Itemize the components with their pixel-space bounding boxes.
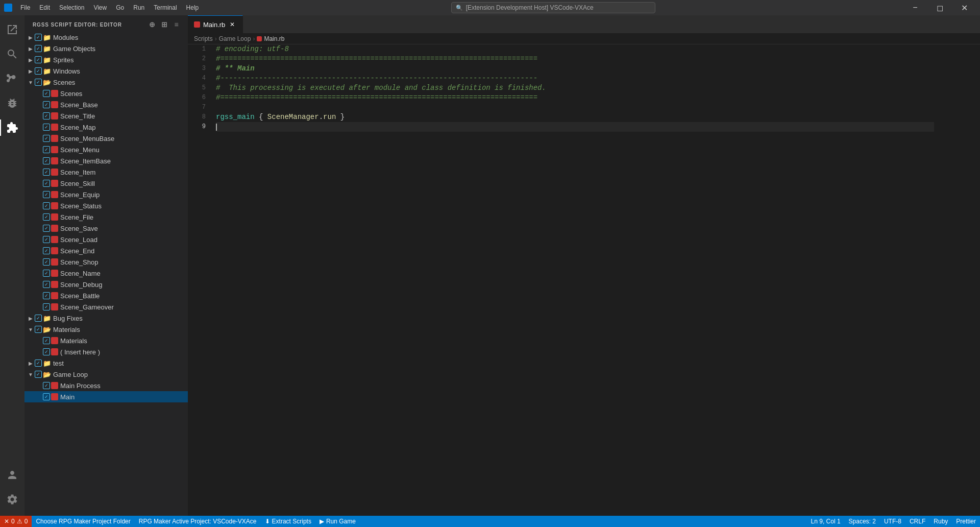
checkbox-scene-itembase[interactable]: ✓ (43, 157, 50, 164)
menu-run[interactable]: Run (129, 3, 149, 12)
tree-item-materials-sub[interactable]: ▶ ✓ Materials (24, 335, 188, 346)
menu-go[interactable]: Go (112, 3, 128, 12)
tree-item-scene-itembase[interactable]: ▶ ✓ Scene_ItemBase (24, 155, 188, 166)
checkbox-scene-shop[interactable]: ✓ (43, 258, 50, 266)
account-icon[interactable] (0, 463, 24, 487)
checkbox-scene-debug[interactable]: ✓ (43, 281, 50, 288)
checkbox-scene-equip[interactable]: ✓ (43, 191, 50, 198)
tree-item-scene-map[interactable]: ▶ ✓ Scene_Map (24, 122, 188, 133)
tree-item-scene-end[interactable]: ▶ ✓ Scene_End (24, 245, 188, 256)
tree-item-scene-file[interactable]: ▶ ✓ Scene_File (24, 211, 188, 223)
tree-item-scene-menu[interactable]: ▶ ✓ Scene_Menu (24, 144, 188, 155)
tree-item-scene-debug[interactable]: ▶ ✓ Scene_Debug (24, 279, 188, 290)
menu-edit[interactable]: Edit (35, 3, 54, 12)
checkbox-scene-map[interactable]: ✓ (43, 124, 50, 131)
menu-file[interactable]: File (16, 3, 34, 12)
statusbar-encoding[interactable]: UTF-8 (880, 516, 905, 527)
extensions-icon[interactable] (0, 115, 24, 140)
checkbox-scene-battle[interactable]: ✓ (43, 292, 50, 299)
code-editor[interactable]: 1 2 3 4 5 6 7 8 9 # encoding: utf-8 #===… (188, 44, 980, 516)
tree-item-main-process[interactable]: ▶ ✓ Main Process (24, 380, 188, 391)
checkbox-game-loop[interactable]: ✓ (35, 371, 42, 378)
tree-item-game-loop[interactable]: ▼ ✓ 📂 Game Loop (24, 369, 188, 380)
source-control-icon[interactable] (0, 66, 24, 91)
tree-item-scene-skill[interactable]: ▶ ✓ Scene_Skill (24, 178, 188, 189)
breadcrumb-game-loop[interactable]: Game Loop (219, 35, 251, 42)
checkbox-scene-end[interactable]: ✓ (43, 247, 50, 254)
statusbar-extract[interactable]: ⬇ Extract Scripts (261, 516, 315, 527)
tree-item-modules[interactable]: ▶ ✓ 📁 Modules (24, 32, 188, 43)
tree-item-scene-battle[interactable]: ▶ ✓ Scene_Battle (24, 290, 188, 301)
checkbox-insert-here[interactable]: ✓ (43, 348, 50, 355)
search-icon[interactable] (0, 42, 24, 66)
checkbox-main-process[interactable]: ✓ (43, 382, 50, 389)
statusbar-language[interactable]: Ruby (929, 516, 952, 527)
minimize-button[interactable]: − (903, 0, 927, 15)
tree-item-scene-gameover[interactable]: ▶ ✓ Scene_Gameover (24, 301, 188, 313)
checkbox-scene-status[interactable]: ✓ (43, 202, 50, 209)
checkbox-scene-base[interactable]: ✓ (43, 101, 50, 108)
checkbox-scene-name[interactable]: ✓ (43, 270, 50, 277)
checkbox-main[interactable]: ✓ (43, 393, 50, 400)
collapse-all-button[interactable]: ≡ (172, 19, 182, 30)
checkbox-materials[interactable]: ✓ (35, 326, 42, 333)
checkbox-scene-file[interactable]: ✓ (43, 213, 50, 221)
debug-icon[interactable] (0, 91, 24, 115)
tree-item-scene-menubase[interactable]: ▶ ✓ Scene_MenuBase (24, 133, 188, 144)
checkbox-modules[interactable]: ✓ (35, 34, 42, 41)
tree-item-sprites[interactable]: ▶ ✓ 📁 Sprites (24, 54, 188, 65)
tree-item-scene-title[interactable]: ▶ ✓ Scene_Title (24, 110, 188, 122)
tree-item-scene-status[interactable]: ▶ ✓ Scene_Status (24, 200, 188, 211)
statusbar-prettier[interactable]: Prettier (952, 516, 980, 527)
menu-view[interactable]: View (89, 3, 111, 12)
tree-item-scene-equip[interactable]: ▶ ✓ Scene_Equip (24, 189, 188, 200)
checkbox-scene-menubase[interactable]: ✓ (43, 135, 50, 142)
checkbox-scene-title[interactable]: ✓ (43, 112, 50, 119)
checkbox-scene-save[interactable]: ✓ (43, 225, 50, 232)
statusbar-spaces[interactable]: Spaces: 2 (845, 516, 880, 527)
checkbox-scene-skill[interactable]: ✓ (43, 180, 50, 187)
tree-item-main[interactable]: ▶ ✓ Main (24, 391, 188, 402)
statusbar-active-project[interactable]: RPG Maker Active Project: VSCode-VXAce (135, 516, 261, 527)
tab-main-rb[interactable]: Main.rb ✕ (188, 15, 243, 33)
tree-item-windows[interactable]: ▶ ✓ 📁 Windows (24, 65, 188, 77)
new-file-button[interactable]: ⊕ (147, 19, 157, 30)
new-folder-button[interactable]: ⊞ (159, 19, 169, 30)
tree-item-scene-item[interactable]: ▶ ✓ Scene_Item (24, 166, 188, 178)
checkbox-scene-gameover[interactable]: ✓ (43, 303, 50, 310)
tree-item-scene-base[interactable]: ▶ ✓ Scene_Base (24, 99, 188, 110)
breadcrumb-scripts[interactable]: Scripts (194, 35, 213, 42)
tree-item-game-objects[interactable]: ▶ ✓ 📁 Game Objects (24, 43, 188, 54)
explorer-icon[interactable] (0, 17, 24, 42)
settings-icon[interactable] (0, 487, 24, 512)
statusbar-position[interactable]: Ln 9, Col 1 (807, 516, 845, 527)
tree-item-scene-load[interactable]: ▶ ✓ Scene_Load (24, 234, 188, 245)
menu-terminal[interactable]: Terminal (150, 3, 181, 12)
tree-item-scenes-sub[interactable]: ▶ ✓ Scenes (24, 88, 188, 99)
checkbox-bug-fixes[interactable]: ✓ (35, 315, 42, 322)
statusbar-line-ending[interactable]: CRLF (905, 516, 929, 527)
checkbox-test[interactable]: ✓ (35, 360, 42, 367)
statusbar-project[interactable]: Choose RPG Maker Project Folder (32, 516, 134, 527)
checkbox-scene-load[interactable]: ✓ (43, 236, 50, 243)
checkbox-scenes-sub[interactable]: ✓ (43, 90, 50, 97)
checkbox-windows[interactable]: ✓ (35, 67, 42, 75)
tree-item-bug-fixes[interactable]: ▶ ✓ 📁 Bug Fixes (24, 313, 188, 324)
menu-help[interactable]: Help (182, 3, 203, 12)
checkbox-scene-item[interactable]: ✓ (43, 169, 50, 176)
tree-item-scenes[interactable]: ▼ ✓ 📂 Scenes (24, 77, 188, 88)
restore-button[interactable]: ◻ (928, 0, 951, 15)
tree-item-insert-here[interactable]: ▶ ✓ ( Insert here ) (24, 346, 188, 357)
checkbox-scene-menu[interactable]: ✓ (43, 146, 50, 153)
code-content[interactable]: # encoding: utf-8 #=====================… (211, 44, 934, 516)
checkbox-game-objects[interactable]: ✓ (35, 45, 42, 52)
checkbox-sprites[interactable]: ✓ (35, 56, 42, 63)
statusbar-run-game[interactable]: ▶ Run Game (315, 516, 360, 527)
checkbox-materials-sub[interactable]: ✓ (43, 337, 50, 344)
tree-item-materials[interactable]: ▼ ✓ 📂 Materials (24, 324, 188, 335)
tab-close-button[interactable]: ✕ (228, 20, 236, 29)
statusbar-errors[interactable]: ✕ 0 ⚠ 0 (0, 516, 32, 527)
close-button[interactable]: ✕ (952, 0, 976, 15)
titlebar-search-box[interactable]: 🔍 [Extension Development Host] VSCode-VX… (451, 2, 655, 13)
tree-item-test[interactable]: ▶ ✓ 📁 test (24, 357, 188, 369)
